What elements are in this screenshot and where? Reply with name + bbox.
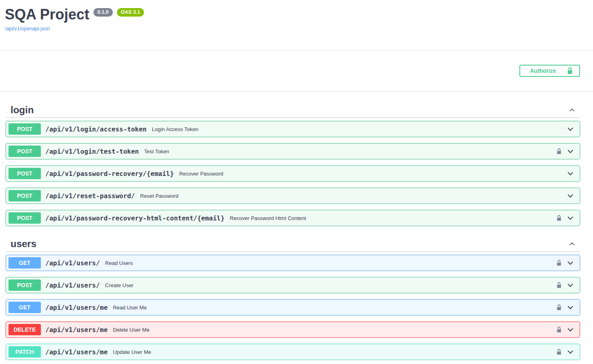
row-controls xyxy=(566,191,575,200)
open-lock-icon xyxy=(566,67,574,75)
authorize-button-label: Authorize xyxy=(530,68,556,74)
section-title: login xyxy=(11,104,34,116)
operation-summary: Delete User Me xyxy=(113,327,149,333)
row-controls xyxy=(556,325,575,334)
lock-icon[interactable] xyxy=(556,148,562,155)
operation-path: /api/v1/users/me xyxy=(45,326,108,334)
chevron-down-icon[interactable] xyxy=(566,258,575,267)
lock-icon[interactable] xyxy=(556,259,562,267)
operation-list: POST /api/v1/login/access-token Login Ac… xyxy=(6,118,580,226)
operation-path: /api/v1/users/ xyxy=(45,259,100,267)
row-controls xyxy=(566,169,575,178)
operation-row[interactable]: POST /api/v1/reset-password/ Reset Passw… xyxy=(6,188,580,204)
operation-path: /api/v1/users/ xyxy=(45,281,100,289)
chevron-down-icon[interactable] xyxy=(566,191,575,200)
lock-icon[interactable] xyxy=(556,281,562,289)
method-badge: POST xyxy=(8,190,41,201)
row-controls xyxy=(556,281,575,290)
chevron-down-icon[interactable] xyxy=(566,303,575,312)
title-row: SQA Project 0.1.0 OAS 3.1 xyxy=(5,6,580,23)
row-controls xyxy=(556,303,575,312)
operation-row[interactable]: POST /api/v1/users/ Create User xyxy=(6,277,580,293)
row-controls xyxy=(556,147,575,156)
tag-header[interactable]: users xyxy=(6,236,580,252)
row-controls xyxy=(556,347,575,356)
chevron-up-icon[interactable] xyxy=(568,240,576,248)
lock-icon[interactable] xyxy=(556,304,562,311)
operation-list: GET /api/v1/users/ Read Users POST /api/… xyxy=(6,252,580,360)
chevron-down-icon[interactable] xyxy=(566,214,575,222)
operation-row[interactable]: POST /api/v1/password-recovery-html-cont… xyxy=(6,210,580,226)
section-title: users xyxy=(11,238,36,250)
method-badge: POST xyxy=(8,279,41,291)
method-badge: POST xyxy=(8,212,41,224)
row-controls xyxy=(556,258,575,267)
method-badge: POST xyxy=(8,168,41,179)
method-badge: POST xyxy=(8,146,41,157)
chevron-down-icon[interactable] xyxy=(566,147,575,156)
operation-row[interactable]: POST /api/v1/password-recovery/{email} R… xyxy=(6,165,580,182)
lock-icon[interactable] xyxy=(556,214,562,222)
operation-summary: Read Users xyxy=(105,260,133,266)
method-badge: GET xyxy=(8,257,41,269)
row-controls xyxy=(556,214,575,222)
chevron-down-icon[interactable] xyxy=(566,325,575,334)
operation-row[interactable]: PATCH /api/v1/users/me Update User Me xyxy=(6,344,580,360)
operation-summary: Read User Me xyxy=(113,305,147,311)
chevron-down-icon[interactable] xyxy=(566,169,575,178)
operation-path: /api/v1/users/me xyxy=(45,304,108,311)
operation-summary: Recover Password Html Content xyxy=(230,215,306,221)
operations-container: login POST /api/v1/login/access-token Lo… xyxy=(0,91,593,364)
chevron-down-icon[interactable] xyxy=(566,125,575,133)
tag-header[interactable]: login xyxy=(6,102,580,118)
swagger-ui-page: SQA Project 0.1.0 OAS 3.1 /api/v1/openap… xyxy=(0,0,593,364)
authorize-button[interactable]: Authorize xyxy=(519,65,580,77)
tag-section: users GET /api/v1/users/ Read Users xyxy=(6,232,580,364)
api-title: SQA Project xyxy=(5,6,89,23)
row-controls xyxy=(566,125,575,133)
chevron-up-icon[interactable] xyxy=(568,106,576,114)
operation-path: /api/v1/login/access-token xyxy=(45,125,146,133)
version-badge: 0.1.0 xyxy=(93,8,113,17)
scheme-container: Authorize xyxy=(0,51,593,91)
chevron-down-icon[interactable] xyxy=(566,281,575,290)
operation-row[interactable]: DELETE /api/v1/users/me Delete User Me xyxy=(6,322,580,338)
method-badge: POST xyxy=(8,123,41,135)
api-info-section: SQA Project 0.1.0 OAS 3.1 /api/v1/openap… xyxy=(0,0,593,51)
oas-badge: OAS 3.1 xyxy=(117,8,144,17)
operation-path: /api/v1/users/me xyxy=(45,348,108,356)
operation-path: /api/v1/password-recovery/{email} xyxy=(45,170,174,178)
method-badge: GET xyxy=(8,302,41,313)
operation-path: /api/v1/login/test-token xyxy=(45,148,139,155)
operation-summary: Create User xyxy=(105,282,133,288)
operation-summary: Reset Password xyxy=(140,193,179,199)
operation-summary: Login Access Token xyxy=(152,126,198,132)
openapi-spec-link[interactable]: /api/v1/openapi.json xyxy=(5,26,50,32)
operation-path: /api/v1/password-recovery-html-content/{… xyxy=(45,214,224,222)
operation-summary: Recover Password xyxy=(179,171,223,177)
lock-icon[interactable] xyxy=(556,326,562,333)
lock-icon[interactable] xyxy=(556,348,562,356)
method-badge: PATCH xyxy=(8,346,41,358)
operation-summary: Test Token xyxy=(144,148,169,154)
tag-section: login POST /api/v1/login/access-token Lo… xyxy=(6,91,580,232)
operation-path: /api/v1/reset-password/ xyxy=(45,192,135,200)
operation-row[interactable]: GET /api/v1/users/me Read User Me xyxy=(6,299,580,315)
chevron-down-icon[interactable] xyxy=(566,347,575,356)
operation-row[interactable]: POST /api/v1/login/access-token Login Ac… xyxy=(6,121,580,137)
operation-summary: Update User Me xyxy=(113,349,151,355)
operation-row[interactable]: GET /api/v1/users/ Read Users xyxy=(6,255,580,271)
operation-row[interactable]: POST /api/v1/login/test-token Test Token xyxy=(6,143,580,159)
method-badge: DELETE xyxy=(8,324,41,335)
